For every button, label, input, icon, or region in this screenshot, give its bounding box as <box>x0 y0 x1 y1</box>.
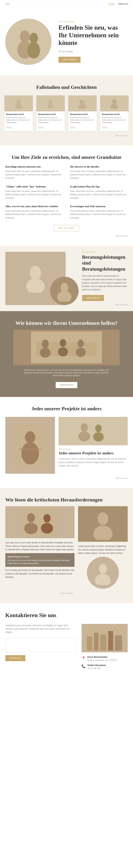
projects-grid: Slide von Expat Jedes unserer Projekte i… <box>5 417 128 474</box>
principle-2-heading: Die Antwort ist die dieselbe. <box>70 165 128 168</box>
challenges-right-text: Lorem ipsum dolor sit amet, consectetur … <box>78 545 128 555</box>
svg-point-30 <box>81 423 88 432</box>
principle-1-heading: Ratschläge müssen umsetzen sein <box>5 165 63 168</box>
challenges-section: Wir lösen die kritischsten Herausforderu… <box>0 488 133 603</box>
hero-image <box>5 19 52 65</box>
svg-point-23 <box>77 340 84 347</box>
projects-left-image <box>5 417 55 474</box>
svg-rect-47 <box>100 634 106 651</box>
svg-point-6 <box>49 100 53 104</box>
nav-about[interactable]: About Us <box>118 2 128 5</box>
consulting-section: Ein von Expat Beratungsleistungen sind B… <box>0 246 133 311</box>
consulting-heading: Beratungsleistungen sind Beratungsleistu… <box>82 254 128 272</box>
consulting-round-image <box>50 277 78 305</box>
principle-4-heading: Es gibt keinen Platz für Ego <box>70 185 128 188</box>
svg-point-24 <box>76 348 86 357</box>
contact-right: 📍 Unser Bürostandort Street 1, Liebsname… <box>81 624 128 672</box>
help-text: Wir können speziell sein und von der ich… <box>22 369 111 377</box>
help-cta-button[interactable]: ANFRAGEN <box>56 382 77 388</box>
svg-point-2 <box>29 33 38 43</box>
svg-point-8 <box>79 100 83 104</box>
card-1-more[interactable]: MORE <box>4 127 33 129</box>
hero-cta-button[interactable]: LERN MEHR <box>59 57 80 63</box>
hero-description: Ein von Expat <box>59 50 128 53</box>
principles-slide-hint: Slide von Expat <box>5 235 128 237</box>
card-4-body: Beispielüberschrift Geben Sie Ihre Click… <box>100 112 129 126</box>
projects-text: Lorem ipsum dolor sit amet, consectetur … <box>59 457 128 467</box>
principle-5: Alles, was wir tun, muss einen Mehrwert … <box>5 205 63 220</box>
contact-form-textarea[interactable] <box>5 638 76 652</box>
card-2-title: Beispielüberschrift <box>38 113 63 115</box>
contact-phone-info: 📞 Telefon Neasmann +372 0 397 697 <box>81 664 128 670</box>
projects-right: Slide von Expat Jedes unserer Projekte i… <box>59 417 128 467</box>
principle-6-text: Guen amet dolor sit amet, consectetur ad… <box>70 209 128 220</box>
principles-section: Um Ihre Ziele zu erreichen, sind unsere … <box>0 146 133 246</box>
principle-6: Erwartungen und Ziele umsetzen Guen amet… <box>70 205 128 220</box>
contact-grid: Vestibulum quis urna mattis, elementar n… <box>5 624 128 672</box>
contact-form: Vestibulum quis urna mattis, elementar n… <box>5 624 76 672</box>
principles-title: Um Ihre Ziele zu erreichen, sind unsere … <box>5 154 128 160</box>
svg-point-5 <box>15 104 22 109</box>
svg-rect-28 <box>19 448 41 450</box>
card-3-body: Beispielüberschrift Geben Sie Ihre Click… <box>68 112 97 126</box>
svg-point-38 <box>41 523 53 534</box>
principles-cta-button[interactable]: WIR GLAUBEN <box>54 225 79 231</box>
svg-point-9 <box>82 100 86 104</box>
svg-point-31 <box>78 431 90 441</box>
card-3-more[interactable]: MORE <box>68 127 97 129</box>
principle-2: Die Antwort ist die dieselbe. Guen amet … <box>70 165 128 180</box>
card-4-more[interactable]: MORE <box>100 127 129 129</box>
help-image <box>13 330 120 365</box>
principle-1-text: Guen amet dolor sit amet, consectetur ad… <box>5 170 63 180</box>
svg-point-20 <box>40 348 51 358</box>
svg-point-14 <box>26 278 45 293</box>
contact-image <box>81 624 128 652</box>
challenges-highlight-box: Jedes Projekt ist anders Duis aute irure… <box>5 553 74 567</box>
card-2-more[interactable]: MORE <box>36 127 65 129</box>
contact-title: Kontaktieren Sie uns <box>5 612 128 619</box>
hero-section: Ein von Expat Erfinden Sie neu, was Ihr … <box>0 8 133 75</box>
consulting-cta-button[interactable]: LERN MEHR <box>82 295 104 301</box>
help-heading: Wie können wir Ihrem Unternehmen helfen? <box>5 320 128 326</box>
hero-heading: Erfinden Sie neu, was Ihr Unternehmen se… <box>59 24 128 47</box>
contact-section: Kontaktieren Sie uns Vestibulum quis urn… <box>0 603 133 681</box>
svg-point-3 <box>27 42 40 58</box>
projects-section: Jedes unserer Projekte ist anders <box>0 397 133 488</box>
principle-6-heading: Erwartungen und Ziele umsetzen <box>70 205 128 208</box>
principle-4: Es gibt keinen Platz für Ego Guen amet d… <box>70 185 128 200</box>
challenges-image-3 <box>87 557 119 589</box>
card-1: Beispielüberschrift Geben Sie Ihre Click… <box>4 95 33 131</box>
card-4-title: Beispielüberschrift <box>102 113 127 115</box>
contact-phone-label: Telefon Neasmann <box>87 664 106 666</box>
contact-submit-button[interactable]: SENDE ES <box>5 655 25 661</box>
challenges-image-2 <box>78 506 128 542</box>
consulting-slide-hint: Slide von Expat <box>82 304 128 306</box>
principle-5-text: Guen amet dolor sit amet, consectetur ad… <box>5 209 63 220</box>
nav-home[interactable]: Home <box>108 2 115 5</box>
principle-3-heading: "Globus" sollte nicht "hier" bedeuten <box>5 185 63 188</box>
svg-point-35 <box>27 513 35 522</box>
challenges-grid: Duis aute irure Lorem dolor tempor in re… <box>5 506 128 589</box>
svg-point-32 <box>95 425 102 432</box>
case-studies-section: Fallstudien und Geschichten Beispielüber… <box>0 75 133 146</box>
svg-point-13 <box>30 266 41 280</box>
case-studies-title: Fallstudien und Geschichten <box>5 84 128 90</box>
projects-eyebrow: Slide von Expat <box>59 448 128 450</box>
card-1-image <box>4 95 33 112</box>
svg-point-42 <box>99 564 107 574</box>
card-1-title: Beispielüberschrift <box>6 113 31 115</box>
card-3-title: Beispielüberschrift <box>70 113 95 115</box>
svg-rect-49 <box>115 636 122 651</box>
projects-right-image <box>59 417 128 445</box>
svg-rect-48 <box>108 631 113 651</box>
phone-icon: 📞 <box>81 664 86 668</box>
svg-point-36 <box>24 523 38 534</box>
navbar: logo Home About Us <box>0 0 133 8</box>
svg-point-21 <box>60 339 66 347</box>
challenges-left: Duis aute irure Lorem dolor tempor in re… <box>5 506 74 589</box>
card-1-body: Beispielüberschrift Geben Sie Ihre Click… <box>4 112 33 126</box>
contact-office-text: Unser Bürostandort Street 1, Liebsname 1… <box>87 656 117 661</box>
challenges-highlight-text: Duis aute irure Lorem dolor tempor in re… <box>7 559 69 564</box>
contact-office-label: Unser Bürostandort <box>87 656 117 658</box>
projects-slide-hint: Slide von Expat <box>5 477 128 479</box>
